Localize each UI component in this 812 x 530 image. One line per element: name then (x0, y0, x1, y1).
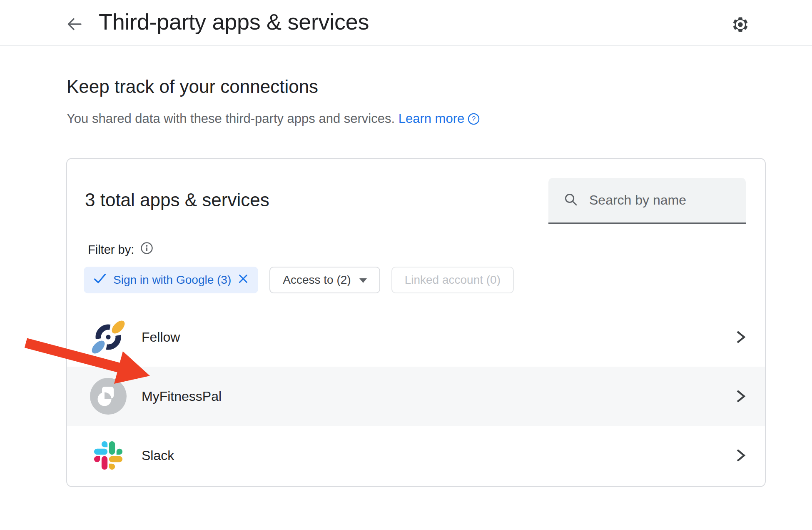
app-name: MyFitnessPal (142, 389, 222, 404)
search-box (548, 178, 746, 224)
gear-icon (731, 29, 750, 35)
page-title: Third-party apps & services (99, 8, 369, 35)
search-input[interactable] (588, 192, 735, 208)
search-icon (563, 192, 578, 209)
apps-list: Fellow MyFitnessPal (67, 308, 765, 485)
chip-label: Sign in with Google (3) (113, 273, 231, 287)
back-button[interactable] (66, 15, 83, 33)
chevron-right-icon (735, 448, 746, 462)
chip-access-to[interactable]: Access to (2) (269, 267, 380, 293)
caret-down-icon (359, 278, 367, 283)
help-circle-icon[interactable]: ? (468, 112, 480, 124)
apps-count-title: 3 total apps & services (85, 189, 269, 211)
apps-panel: 3 total apps & services Filter by: Sign … (66, 158, 766, 487)
app-name: Slack (142, 448, 174, 463)
chevron-right-icon (735, 330, 746, 344)
fellow-logo-icon (90, 319, 127, 355)
section-heading: Keep track of your connections (67, 75, 318, 98)
arrow-left-icon (66, 28, 83, 34)
list-item-fellow[interactable]: Fellow (67, 308, 765, 367)
svg-text:?: ? (472, 115, 476, 122)
learn-more-link[interactable]: Learn more (399, 111, 465, 126)
section-description: You shared data with these third-party a… (67, 110, 480, 128)
filter-label: Filter by: (88, 242, 134, 257)
app-header: Third-party apps & services (0, 0, 812, 46)
info-circle-icon[interactable] (140, 242, 153, 258)
checkmark-icon (94, 273, 106, 287)
list-item-slack[interactable]: Slack (67, 426, 765, 485)
filter-chips: Sign in with Google (3) Access to (2) Li… (84, 267, 514, 293)
myfitnesspal-logo-icon (90, 378, 127, 415)
chip-label: Linked account (0) (405, 273, 501, 287)
close-x-icon[interactable] (238, 273, 248, 287)
chip-sign-in-with-google[interactable]: Sign in with Google (3) (84, 267, 258, 293)
chip-label: Access to (2) (283, 273, 351, 287)
slack-logo-icon (90, 437, 127, 474)
description-text: You shared data with these third-party a… (67, 111, 395, 126)
chevron-right-icon (735, 389, 746, 403)
chip-linked-account: Linked account (0) (391, 267, 514, 293)
app-name: Fellow (142, 330, 180, 345)
settings-button[interactable] (731, 15, 750, 35)
list-item-myfitnesspal[interactable]: MyFitnessPal (67, 367, 765, 426)
filter-row: Filter by: (88, 242, 153, 258)
